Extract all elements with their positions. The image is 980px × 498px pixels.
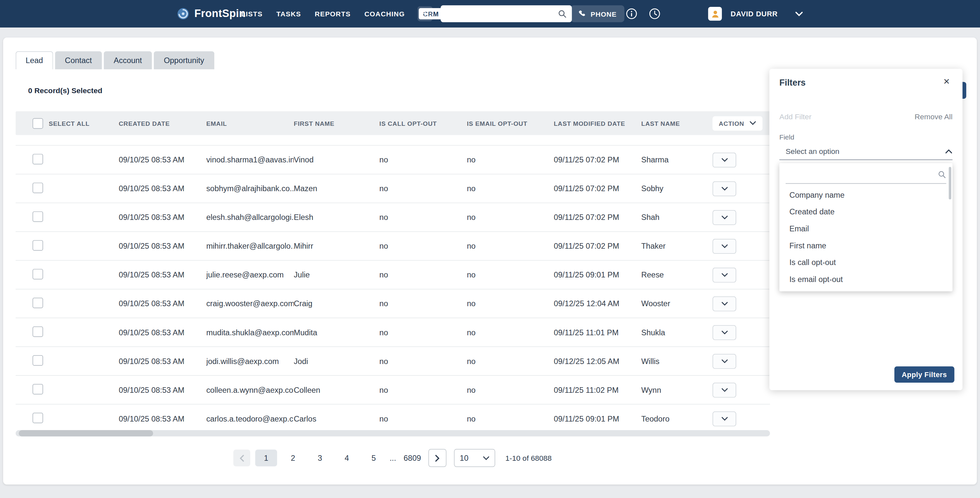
app-window: FrontSpin LISTS TASKS REPORTS COACHING C… bbox=[0, 0, 980, 498]
nav-item-reports[interactable]: REPORTS bbox=[315, 10, 351, 18]
field-option[interactable]: Is email opt-out bbox=[780, 270, 953, 288]
tab-lead[interactable]: Lead bbox=[16, 51, 53, 69]
field-dropdown: Company name Created date Email First na… bbox=[780, 163, 953, 291]
page-button-5[interactable]: 5 bbox=[363, 450, 385, 467]
field-search-box bbox=[786, 165, 947, 184]
row-action-button[interactable] bbox=[713, 267, 736, 282]
row-action-button[interactable] bbox=[713, 382, 736, 397]
row-action-button[interactable] bbox=[713, 296, 736, 311]
nav-add-button[interactable]: + bbox=[417, 6, 433, 21]
horizontal-scrollbar[interactable] bbox=[16, 430, 770, 436]
horizontal-scrollbar-thumb[interactable] bbox=[19, 430, 153, 436]
row-action-button[interactable] bbox=[713, 411, 736, 426]
page-button-2[interactable]: 2 bbox=[282, 450, 304, 467]
row-checkbox[interactable] bbox=[32, 154, 43, 164]
field-option[interactable]: Email bbox=[780, 220, 953, 237]
row-checkbox[interactable] bbox=[32, 298, 43, 308]
filters-close-icon[interactable]: ✕ bbox=[940, 76, 954, 87]
cell-email: mudita.shukla@aexp.com bbox=[206, 328, 294, 337]
table-row: 09/10/25 08:53 AM jodi.willis@aexp.com J… bbox=[16, 347, 770, 376]
cell-last-name: Wynn bbox=[641, 386, 713, 395]
table-row: 09/10/25 08:53 AM elesh.shah@allcargolog… bbox=[16, 203, 770, 232]
cell-last-name: Thaker bbox=[641, 242, 713, 250]
apply-filters-button[interactable]: Apply Filters bbox=[894, 366, 954, 383]
cell-is-call-opt-out: no bbox=[379, 328, 467, 337]
page-button-1[interactable]: 1 bbox=[255, 450, 277, 467]
cell-email: vinod.sharma1@aavas.in bbox=[206, 155, 294, 164]
add-filter-link[interactable]: Add Filter bbox=[780, 112, 811, 121]
cell-email: craig.wooster@aexp.com bbox=[206, 299, 294, 308]
cell-is-email-opt-out: no bbox=[467, 155, 554, 164]
row-action-chevron-down-icon bbox=[721, 301, 728, 306]
field-search-icon bbox=[937, 170, 947, 179]
cell-last-modified-date: 09/11/25 07:02 PM bbox=[554, 213, 641, 221]
field-option[interactable]: Created date bbox=[780, 203, 953, 220]
cell-last-name: Reese bbox=[641, 270, 713, 279]
tab-contact[interactable]: Contact bbox=[55, 51, 102, 69]
previous-page-button[interactable] bbox=[233, 450, 250, 467]
page-button-last[interactable]: 6809 bbox=[401, 450, 424, 467]
field-option[interactable]: First name bbox=[780, 237, 953, 254]
header-action-chevron-down-icon bbox=[749, 121, 756, 126]
cell-is-email-opt-out: no bbox=[467, 242, 554, 250]
cell-first-name: Mudita bbox=[294, 328, 379, 337]
field-option[interactable]: Is call opt-out bbox=[780, 254, 953, 271]
row-action-button[interactable] bbox=[713, 152, 736, 167]
nav-links: LISTS TASKS REPORTS COACHING CRM bbox=[242, 8, 443, 19]
row-action-button[interactable] bbox=[713, 325, 736, 340]
page-button-4[interactable]: 4 bbox=[336, 450, 358, 467]
cell-created-date: 09/10/25 08:53 AM bbox=[119, 242, 207, 250]
nav-item-coaching[interactable]: COACHING bbox=[364, 10, 405, 18]
dropdown-scrollbar-thumb[interactable] bbox=[949, 167, 951, 199]
cell-is-call-opt-out: no bbox=[379, 386, 467, 395]
remove-all-link[interactable]: Remove All bbox=[915, 112, 953, 121]
cell-created-date: 09/10/25 08:53 AM bbox=[119, 213, 207, 221]
next-page-button[interactable] bbox=[429, 449, 447, 467]
user-menu[interactable]: DAVID DURR bbox=[708, 7, 803, 21]
page-size-select[interactable]: 10 bbox=[454, 449, 495, 467]
cell-first-name: Vinod bbox=[294, 155, 379, 164]
info-icon[interactable] bbox=[625, 8, 637, 20]
row-checkbox[interactable] bbox=[32, 355, 43, 366]
user-name: DAVID DURR bbox=[731, 10, 778, 18]
clock-icon[interactable] bbox=[649, 8, 660, 20]
header-first-name: FIRST NAME bbox=[294, 119, 379, 126]
row-checkbox[interactable] bbox=[32, 412, 43, 423]
cell-last-modified-date: 09/11/25 07:02 PM bbox=[554, 242, 641, 250]
row-checkbox[interactable] bbox=[32, 211, 43, 222]
field-select[interactable]: Select an option bbox=[780, 143, 953, 160]
row-checkbox[interactable] bbox=[32, 383, 43, 395]
row-checkbox[interactable] bbox=[32, 182, 43, 193]
row-action-button[interactable] bbox=[713, 353, 736, 369]
nav-item-tasks[interactable]: TASKS bbox=[276, 10, 301, 18]
cell-last-name: Shukla bbox=[641, 328, 713, 337]
cell-is-call-opt-out: no bbox=[379, 357, 467, 366]
cell-first-name: Jodi bbox=[294, 357, 379, 366]
cell-is-call-opt-out: no bbox=[379, 184, 467, 193]
row-checkbox[interactable] bbox=[32, 326, 43, 337]
global-search-input[interactable] bbox=[447, 9, 558, 19]
row-checkbox[interactable] bbox=[32, 240, 43, 251]
cell-last-modified-date: 09/11/25 07:02 PM bbox=[554, 184, 641, 193]
brand[interactable]: FrontSpin bbox=[177, 7, 246, 21]
row-action-button[interactable] bbox=[713, 239, 736, 254]
phone-button[interactable]: PHONE bbox=[571, 5, 624, 22]
select-all-checkbox[interactable] bbox=[32, 118, 43, 129]
field-option[interactable]: Company name bbox=[780, 186, 953, 203]
row-action-button[interactable] bbox=[713, 181, 736, 196]
nav-item-lists[interactable]: LISTS bbox=[242, 10, 262, 18]
tab-opportunity[interactable]: Opportunity bbox=[154, 51, 214, 69]
row-action-chevron-down-icon bbox=[721, 330, 728, 335]
row-action-button[interactable] bbox=[713, 210, 736, 225]
cell-last-name: Sharma bbox=[641, 155, 713, 164]
table-body: 09/10/25 08:53 AM vinod.sharma1@aavas.in… bbox=[16, 145, 770, 433]
header-action-dropdown[interactable]: ACTION bbox=[713, 116, 762, 130]
field-search-input[interactable] bbox=[786, 169, 937, 180]
tab-account[interactable]: Account bbox=[103, 51, 152, 69]
cell-email: carlos.a.teodoro@aexp.c... bbox=[206, 414, 294, 423]
header-last-modified-date: LAST MODIFIED DATE bbox=[554, 119, 641, 126]
top-navbar: FrontSpin LISTS TASKS REPORTS COACHING C… bbox=[0, 0, 980, 27]
page-button-3[interactable]: 3 bbox=[309, 450, 331, 467]
row-checkbox[interactable] bbox=[32, 269, 43, 279]
table-row: 09/10/25 08:53 AM carlos.a.teodoro@aexp.… bbox=[16, 404, 770, 433]
